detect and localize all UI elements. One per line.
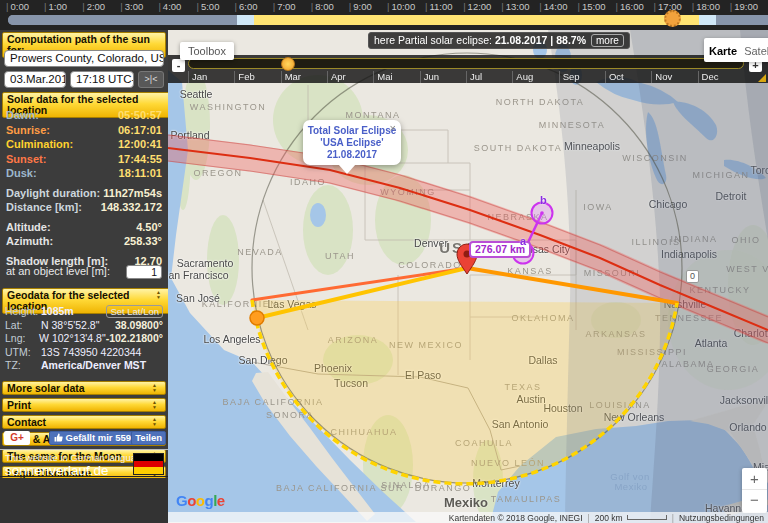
- german-flag-icon[interactable]: [133, 453, 164, 475]
- month-label-apr[interactable]: Apr: [327, 71, 373, 83]
- map-label-city: Detroit: [716, 190, 747, 202]
- map-label-city: Atlanta: [695, 337, 728, 349]
- hour-label: |14:00: [539, 0, 577, 13]
- month-label-mai[interactable]: Mai: [373, 71, 419, 83]
- resize-handle-icon[interactable]: [758, 74, 766, 82]
- hour-label: |0:00: [6, 0, 44, 13]
- map-label-city: Portland: [170, 129, 209, 141]
- month-label-dec[interactable]: Dec: [698, 71, 744, 83]
- expand-chevron-icon: ▲▼: [152, 400, 161, 410]
- object-level-input[interactable]: 1: [126, 265, 162, 279]
- date-input[interactable]: 03.Mar.2017: [4, 71, 66, 88]
- map-type-satellit[interactable]: Satellit: [744, 45, 768, 57]
- map-labels-layer: WASHINGTONOREGONMONTANAIDAHOWYOMINGNORTH…: [168, 30, 768, 523]
- time-slider-track[interactable]: [8, 15, 768, 25]
- app-window: |0:00|1:00|2:00|3:00|4:00|5:00|6:00|7:00…: [0, 0, 768, 523]
- map-label-city: San Antonio: [492, 418, 549, 430]
- object-level-row: at an object level [m]: 1: [0, 265, 168, 279]
- popup-line1: Total Solar Eclipse: [307, 125, 397, 137]
- map-label-city: Toronto: [750, 164, 768, 176]
- map-label-state: TEXAS: [504, 382, 541, 392]
- map-type-karte[interactable]: Karte: [709, 45, 737, 57]
- hour-label: |13:00: [501, 0, 539, 13]
- accordion-print[interactable]: Print▲▼: [2, 398, 166, 412]
- month-label-jan[interactable]: Jan: [188, 71, 234, 83]
- accordion-contact[interactable]: Contact▲▼: [2, 415, 166, 429]
- month-slider-handle[interactable]: [281, 57, 295, 71]
- eclipse-popup: × Total Solar Eclipse 'USA Eclipse' 21.0…: [303, 120, 401, 165]
- month-slider-track[interactable]: [188, 58, 744, 69]
- map-label-city: Chicago: [649, 198, 688, 210]
- map-label-state: MINNESOTA: [539, 120, 605, 130]
- ruler-point-b-label[interactable]: b: [540, 194, 547, 206]
- map-copyright: Kartendaten © 2018 Google, INEGI: [449, 513, 583, 523]
- hour-label: |2:00: [82, 0, 120, 13]
- map-canvas[interactable]: WASHINGTONOREGONMONTANAIDAHOWYOMINGNORTH…: [168, 30, 768, 523]
- location-input[interactable]: Prowers County, Colorado, USA: [4, 50, 164, 67]
- month-label-aug[interactable]: Aug: [512, 71, 558, 83]
- map-label-state: WASHINGTON: [190, 102, 267, 112]
- map-label-state: NORTH DAKOTA: [496, 97, 585, 107]
- eclipse-more-button[interactable]: more: [591, 34, 624, 47]
- map-label-city: Tucson: [334, 377, 368, 389]
- dusk-segment: [699, 15, 716, 25]
- month-minus-button[interactable]: -: [172, 59, 185, 72]
- month-label-jul[interactable]: Jul: [466, 71, 512, 83]
- google-plus-button[interactable]: G+: [4, 431, 30, 445]
- lat-dec-value: 38.09800°: [115, 319, 163, 333]
- map-label-state: BAJA CALIFORNIA SUR: [276, 483, 404, 493]
- zoom-out-button[interactable]: −: [742, 490, 767, 512]
- map-label-state: CHIHUAHUA: [330, 427, 397, 437]
- hour-label: |1:00: [44, 0, 82, 13]
- map-label-state: COAHUILA: [455, 438, 513, 448]
- map-zero-badge: 0: [686, 270, 699, 283]
- map-label-city: San José: [176, 292, 220, 304]
- month-label-mar[interactable]: Mar: [281, 71, 327, 83]
- map-label-city: Los Angeles: [203, 333, 260, 345]
- map-label-city: San Diego: [238, 354, 287, 366]
- social-row: G+ Gefällt mir 559 Teilen: [0, 430, 168, 448]
- hour-label: |11:00: [425, 0, 463, 13]
- scale-label: 200 km: [595, 513, 623, 523]
- collapse-panel-button[interactable]: >|<: [138, 71, 164, 88]
- facebook-share-button[interactable]: Teilen: [131, 431, 166, 445]
- zoom-in-button[interactable]: +: [742, 468, 767, 490]
- zoom-control: + −: [742, 468, 767, 513]
- month-label-nov[interactable]: Nov: [651, 71, 697, 83]
- time-input[interactable]: 17:18 UTC-7: [70, 71, 134, 88]
- solar-data-row: Dawn:05:50:57: [0, 108, 168, 123]
- hour-label: |4:00: [158, 0, 196, 13]
- map-label-state: SONORA: [266, 410, 314, 420]
- map-label-state: ARKANSAS: [585, 329, 646, 339]
- hour-label: |19:00: [730, 0, 768, 13]
- time-slider-handle[interactable]: [664, 10, 681, 27]
- facebook-like-button[interactable]: Gefällt mir 559: [49, 431, 136, 445]
- hour-label: |15:00: [577, 0, 615, 13]
- map-label-state: KANSAS: [507, 266, 553, 276]
- map-label-city: Las Vegas: [267, 298, 316, 310]
- toolbox-button[interactable]: Toolbox: [180, 42, 234, 60]
- month-label-oct[interactable]: Oct: [605, 71, 651, 83]
- map-label-state: NEBRASKA: [487, 212, 548, 222]
- set-latlon-button[interactable]: Set Lat/Lon: [106, 305, 163, 318]
- sidebar: Computation path of the sun for: Prowers…: [0, 30, 168, 523]
- hour-label: |5:00: [196, 0, 234, 13]
- object-level-label: at an object level [m]:: [6, 265, 110, 279]
- month-label-jun[interactable]: Jun: [420, 71, 466, 83]
- map-label-state: NEVADA: [237, 247, 282, 257]
- map-label-state: SOUTH DAKOTA: [474, 143, 562, 153]
- lat-label: Lat:: [5, 319, 41, 333]
- hour-label: |9:00: [349, 0, 387, 13]
- map-label-state: INDIANA: [670, 234, 717, 244]
- ruler-point-a-label[interactable]: a: [520, 235, 526, 247]
- map-label-city: Monterrey: [472, 477, 519, 489]
- site-footer: This website in German language sonnenve…: [0, 449, 168, 477]
- popup-tail: [338, 164, 356, 174]
- hour-label: |6:00: [235, 0, 273, 13]
- terms-link[interactable]: Nutzungsbedingungen: [679, 513, 764, 523]
- accordion-more-solar-data[interactable]: More solar data▲▼: [2, 381, 166, 395]
- map-label-city: Sacramento: [177, 257, 234, 269]
- month-label-feb[interactable]: Feb: [234, 71, 280, 83]
- popup-close-icon[interactable]: ×: [390, 123, 396, 134]
- month-label-sep[interactable]: Sep: [559, 71, 605, 83]
